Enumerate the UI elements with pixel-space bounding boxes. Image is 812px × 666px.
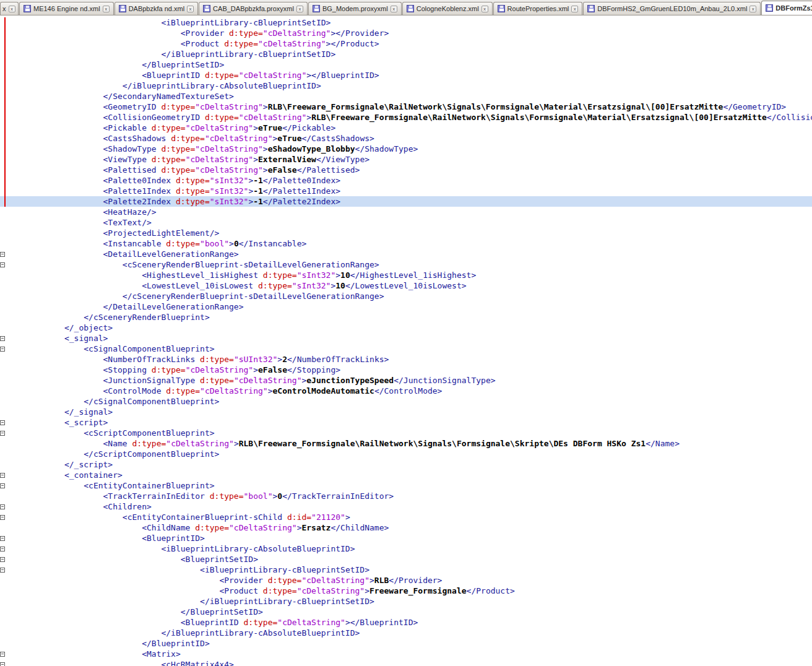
code-line[interactable]: </iBlueprintLibrary-cBlueprintSetID> xyxy=(0,596,812,607)
code-line[interactable]: </SecondaryNamedTextureSet> xyxy=(0,91,812,102)
tab-bg-modem-proxyxml[interactable]: BG_Modem.proxyxmlx xyxy=(308,2,402,15)
tab-me146-engine-nd-xml[interactable]: ME146 Engine nd.xmlx xyxy=(19,2,114,15)
code-line[interactable]: <_script> xyxy=(0,417,812,428)
code-line[interactable]: <_signal> xyxy=(0,333,812,344)
code-line[interactable]: <Pickable d:type="cDeltaString">eTrue</P… xyxy=(0,123,812,133)
fold-collapse-icon[interactable] xyxy=(0,515,5,520)
fold-collapse-icon[interactable] xyxy=(0,557,5,562)
code-line[interactable]: <Palettised d:type="cDeltaString">eFalse… xyxy=(0,165,812,175)
fold-margin[interactable] xyxy=(0,564,6,575)
code-line[interactable]: <BlueprintID d:type="cDeltaString"></Blu… xyxy=(0,70,812,80)
close-icon[interactable]: x xyxy=(391,6,397,12)
code-line[interactable]: <HeatHaze/> xyxy=(0,207,812,217)
code-line[interactable]: <cSceneryRenderBlueprint-sDetailLevelGen… xyxy=(0,259,812,270)
code-line[interactable]: </_signal> xyxy=(0,407,812,417)
fold-collapse-icon[interactable] xyxy=(0,662,5,666)
tab-cab-dabpbzkfa-proxyxml[interactable]: CAB_DABpbzkfa.proxyxmlx xyxy=(199,2,308,15)
code-line[interactable]: <BlueprintSetID> xyxy=(0,554,812,564)
code-line[interactable]: <CastsShadows d:type="cDeltaString">eTru… xyxy=(0,133,812,144)
fold-margin[interactable] xyxy=(0,659,6,666)
fold-collapse-icon[interactable] xyxy=(0,568,5,573)
code-line[interactable]: <cSignalComponentBlueprint> xyxy=(0,344,812,354)
fold-collapse-icon[interactable] xyxy=(0,431,5,436)
code-line-highlighted[interactable]: <Palette2Index d:type="sInt32">-1</Palet… xyxy=(0,196,812,207)
code-line[interactable]: </_object> xyxy=(0,322,812,333)
code-line[interactable]: <DetailLevelGenerationRange> xyxy=(0,249,812,259)
tab-routeproperties-xml[interactable]: RouteProperties.xmlx xyxy=(493,2,583,15)
close-icon[interactable]: x xyxy=(187,6,194,12)
code-line[interactable]: <Palette1Index d:type="sInt32">-1</Palet… xyxy=(0,186,812,196)
code-line[interactable]: <iBlueprintLibrary-cBlueprintSetID> xyxy=(0,17,812,28)
fold-collapse-icon[interactable] xyxy=(0,547,5,551)
code-line[interactable]: <Product d:type="cDeltaString"></Product… xyxy=(0,38,812,49)
code-line[interactable]: </iBlueprintLibrary-cAbsoluteBlueprintID… xyxy=(0,80,812,91)
fold-collapse-icon[interactable] xyxy=(0,504,5,509)
fold-margin[interactable] xyxy=(0,470,6,480)
close-icon[interactable]: x xyxy=(9,6,15,12)
code-line[interactable]: </_script> xyxy=(0,459,812,470)
tab-dbformhs2-gmgruenled10m-anbau-2l0-xml[interactable]: DBFormHS2_GmGruenLED10m_Anbau_2L0.xmlx xyxy=(583,2,761,15)
code-line[interactable]: <BlueprintID d:type="cDeltaString"></Blu… xyxy=(0,617,812,628)
code-line[interactable]: <iBlueprintLibrary-cAbsoluteBlueprintID> xyxy=(0,543,812,554)
code-line[interactable]: <ProjectedLightElement/> xyxy=(0,228,812,238)
code-line[interactable]: <LowestLevel_10isLowest d:type="sInt32">… xyxy=(0,280,812,291)
code-line[interactable]: </cSignalComponentBlueprint> xyxy=(0,396,812,407)
fold-collapse-icon[interactable] xyxy=(0,483,5,488)
code-line[interactable]: <Provider d:type="cDeltaString"></Provid… xyxy=(0,28,812,38)
fold-collapse-icon[interactable] xyxy=(0,347,5,352)
code-line[interactable]: <Stopping d:type="cDeltaString">eFalse</… xyxy=(0,365,812,375)
fold-collapse-icon[interactable] xyxy=(0,473,5,478)
code-line[interactable]: <ControlMode d:type="cDeltaString">eCont… xyxy=(0,386,812,396)
fold-margin[interactable] xyxy=(0,249,6,259)
close-icon[interactable]: x xyxy=(749,6,756,12)
tab-x[interactable]: xx xyxy=(0,2,19,15)
code-line[interactable]: <TrackTerrainInEditor d:type="bool">0</T… xyxy=(0,491,812,501)
code-line[interactable]: </BlueprintSetID> xyxy=(0,607,812,617)
code-line[interactable]: </BlueprintID> xyxy=(0,638,812,649)
code-line[interactable]: <_container> xyxy=(0,470,812,480)
fold-margin[interactable] xyxy=(0,344,6,354)
fold-margin[interactable] xyxy=(0,501,6,512)
code-line[interactable]: </DetailLevelGenerationRange> xyxy=(0,301,812,312)
code-line[interactable]: <Instancable d:type="bool">0</Instancabl… xyxy=(0,238,812,249)
code-line[interactable]: </cSceneryRenderBlueprint> xyxy=(0,312,812,322)
fold-margin[interactable] xyxy=(0,480,6,491)
code-line[interactable]: </iBlueprintLibrary-cAbsoluteBlueprintID… xyxy=(0,628,812,638)
fold-margin[interactable] xyxy=(0,259,6,270)
code-line[interactable]: <cEntityContainerBlueprint-sChild d:id="… xyxy=(0,512,812,522)
code-line[interactable]: <ViewType d:type="cDeltaString">External… xyxy=(0,154,812,165)
fold-margin[interactable] xyxy=(0,333,6,344)
fold-margin[interactable] xyxy=(0,554,6,564)
fold-margin[interactable] xyxy=(0,533,6,543)
code-line[interactable]: </cSceneryRenderBlueprint-sDetailLevelGe… xyxy=(0,291,812,301)
code-line[interactable]: <JunctionSignalType d:type="cDeltaString… xyxy=(0,375,812,386)
fold-collapse-icon[interactable] xyxy=(0,252,5,257)
close-icon[interactable]: x xyxy=(296,6,303,12)
code-line[interactable]: <HighestLevel_1isHighest d:type="sInt32"… xyxy=(0,270,812,280)
code-line[interactable]: <Children> xyxy=(0,501,812,512)
code-area[interactable]: <iBlueprintLibrary-cBlueprintSetID> <Pro… xyxy=(0,15,812,666)
code-line[interactable]: </iBlueprintLibrary-cBlueprintSetID> xyxy=(0,49,812,59)
code-line[interactable]: <Palette0Index d:type="sInt32">-1</Palet… xyxy=(0,175,812,186)
code-line[interactable]: <TexText/> xyxy=(0,217,812,228)
code-line[interactable]: <Provider d:type="cDeltaString">RLB</Pro… xyxy=(0,575,812,586)
code-line[interactable]: <GeometryID d:type="cDeltaString">RLB\Fr… xyxy=(0,102,812,112)
code-line[interactable]: <CollisionGeometryID d:type="cDeltaStrin… xyxy=(0,112,812,123)
fold-collapse-icon[interactable] xyxy=(0,536,5,541)
code-line[interactable]: <Name d:type="cDeltaString">RLB\Freeware… xyxy=(0,438,812,449)
fold-collapse-icon[interactable] xyxy=(0,336,5,341)
close-icon[interactable]: x xyxy=(571,6,578,12)
tab-colognekoblenz-xml[interactable]: CologneKoblenz.xmlx xyxy=(402,2,493,15)
code-line[interactable]: <BlueprintID> xyxy=(0,533,812,543)
fold-collapse-icon[interactable] xyxy=(0,262,5,267)
code-line[interactable]: <ShadowType d:type="cDeltaString">eShado… xyxy=(0,144,812,154)
close-icon[interactable]: x xyxy=(103,6,110,12)
tab-dbformzs1-mitte-2l0-xml[interactable]: DBFormZs1_Mitte_2L0.xmlx xyxy=(761,1,812,15)
fold-collapse-icon[interactable] xyxy=(0,420,5,425)
close-icon[interactable]: x xyxy=(482,6,488,12)
code-line[interactable]: <iBlueprintLibrary-cBlueprintSetID> xyxy=(0,564,812,575)
fold-margin[interactable] xyxy=(0,649,6,659)
fold-collapse-icon[interactable] xyxy=(0,652,5,657)
code-line[interactable]: <Product d:type="cDeltaString">Freeware_… xyxy=(0,586,812,596)
fold-margin[interactable] xyxy=(0,543,6,554)
